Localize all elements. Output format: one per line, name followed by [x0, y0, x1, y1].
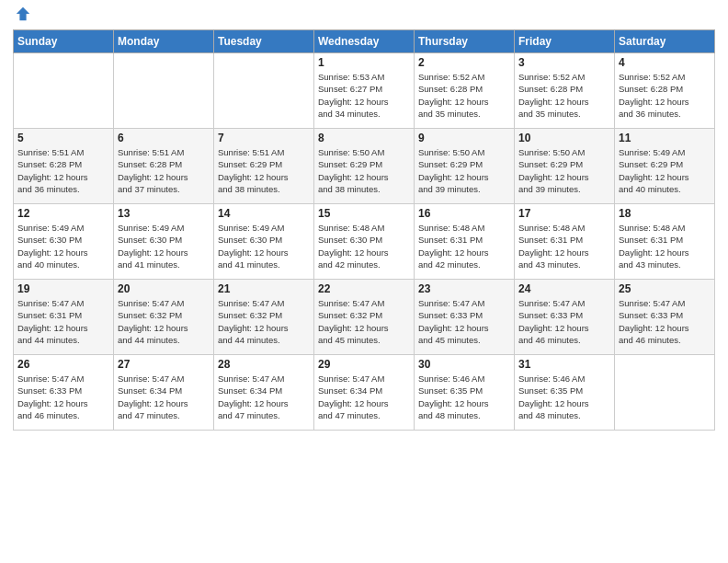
weekday-thursday: Thursday — [415, 30, 515, 53]
calendar-cell: 29Sunrise: 5:47 AM Sunset: 6:34 PM Dayli… — [314, 355, 415, 431]
calendar-cell: 19Sunrise: 5:47 AM Sunset: 6:31 PM Dayli… — [14, 280, 114, 355]
calendar-cell: 2Sunrise: 5:52 AM Sunset: 6:28 PM Daylig… — [415, 53, 515, 129]
calendar-cell: 27Sunrise: 5:47 AM Sunset: 6:34 PM Dayli… — [114, 355, 214, 431]
day-info: Sunrise: 5:47 AM Sunset: 6:33 PM Dayligh… — [17, 373, 109, 421]
weekday-monday: Monday — [114, 30, 214, 53]
calendar-cell: 1Sunrise: 5:53 AM Sunset: 6:27 PM Daylig… — [314, 53, 415, 129]
calendar-cell: 6Sunrise: 5:51 AM Sunset: 6:28 PM Daylig… — [114, 129, 214, 204]
day-number: 10 — [518, 132, 610, 144]
calendar-cell: 30Sunrise: 5:46 AM Sunset: 6:35 PM Dayli… — [415, 355, 515, 431]
day-number: 22 — [318, 282, 410, 295]
day-number: 14 — [218, 207, 310, 220]
day-info: Sunrise: 5:49 AM Sunset: 6:29 PM Dayligh… — [619, 146, 711, 195]
calendar-cell: 7Sunrise: 5:51 AM Sunset: 6:29 PM Daylig… — [214, 129, 314, 204]
calendar-cell: 28Sunrise: 5:47 AM Sunset: 6:34 PM Dayli… — [214, 355, 314, 431]
day-number: 26 — [17, 358, 109, 371]
calendar-cell — [14, 53, 114, 129]
header — [13, 9, 715, 22]
day-info: Sunrise: 5:52 AM Sunset: 6:28 PM Dayligh… — [619, 71, 711, 120]
calendar-cell — [615, 355, 715, 431]
day-number: 6 — [118, 132, 210, 144]
weekday-tuesday: Tuesday — [214, 30, 314, 53]
day-info: Sunrise: 5:47 AM Sunset: 6:31 PM Dayligh… — [17, 297, 109, 346]
week-row-1: 1Sunrise: 5:53 AM Sunset: 6:27 PM Daylig… — [14, 53, 715, 129]
day-info: Sunrise: 5:47 AM Sunset: 6:34 PM Dayligh… — [218, 373, 310, 421]
week-row-2: 5Sunrise: 5:51 AM Sunset: 6:28 PM Daylig… — [14, 129, 715, 204]
day-number: 11 — [619, 132, 711, 144]
day-number: 19 — [17, 282, 109, 295]
calendar-cell: 24Sunrise: 5:47 AM Sunset: 6:33 PM Dayli… — [515, 280, 615, 355]
day-number: 9 — [418, 132, 510, 144]
day-number: 23 — [418, 282, 510, 295]
weekday-friday: Friday — [515, 30, 615, 53]
calendar-cell: 4Sunrise: 5:52 AM Sunset: 6:28 PM Daylig… — [615, 53, 715, 129]
day-number: 12 — [17, 207, 109, 220]
day-number: 13 — [118, 207, 210, 220]
calendar-cell: 16Sunrise: 5:48 AM Sunset: 6:31 PM Dayli… — [415, 204, 515, 280]
week-row-5: 26Sunrise: 5:47 AM Sunset: 6:33 PM Dayli… — [14, 355, 715, 431]
day-info: Sunrise: 5:50 AM Sunset: 6:29 PM Dayligh… — [518, 146, 610, 195]
day-info: Sunrise: 5:51 AM Sunset: 6:28 PM Dayligh… — [17, 146, 109, 195]
logo — [13, 9, 31, 22]
day-info: Sunrise: 5:47 AM Sunset: 6:33 PM Dayligh… — [518, 297, 610, 346]
day-info: Sunrise: 5:48 AM Sunset: 6:31 PM Dayligh… — [518, 222, 610, 270]
calendar-cell — [214, 53, 314, 129]
day-number: 15 — [318, 207, 410, 220]
day-info: Sunrise: 5:48 AM Sunset: 6:31 PM Dayligh… — [418, 222, 510, 270]
day-number: 2 — [418, 56, 510, 69]
day-number: 28 — [218, 358, 310, 371]
day-info: Sunrise: 5:48 AM Sunset: 6:31 PM Dayligh… — [619, 222, 711, 270]
calendar-cell — [114, 53, 214, 129]
logo-icon — [15, 6, 31, 22]
day-info: Sunrise: 5:49 AM Sunset: 6:30 PM Dayligh… — [118, 222, 210, 270]
calendar-table: SundayMondayTuesdayWednesdayThursdayFrid… — [13, 29, 715, 431]
calendar-cell: 12Sunrise: 5:49 AM Sunset: 6:30 PM Dayli… — [14, 204, 114, 280]
weekday-sunday: Sunday — [14, 30, 114, 53]
day-number: 16 — [418, 207, 510, 220]
calendar-cell: 10Sunrise: 5:50 AM Sunset: 6:29 PM Dayli… — [515, 129, 615, 204]
svg-marker-0 — [17, 7, 29, 20]
day-number: 20 — [118, 282, 210, 295]
day-info: Sunrise: 5:47 AM Sunset: 6:32 PM Dayligh… — [218, 297, 310, 346]
day-info: Sunrise: 5:49 AM Sunset: 6:30 PM Dayligh… — [218, 222, 310, 270]
calendar-cell: 9Sunrise: 5:50 AM Sunset: 6:29 PM Daylig… — [415, 129, 515, 204]
day-info: Sunrise: 5:50 AM Sunset: 6:29 PM Dayligh… — [418, 146, 510, 195]
weekday-saturday: Saturday — [615, 30, 715, 53]
day-number: 5 — [17, 132, 109, 144]
calendar-cell: 5Sunrise: 5:51 AM Sunset: 6:28 PM Daylig… — [14, 129, 114, 204]
day-number: 18 — [619, 207, 711, 220]
day-info: Sunrise: 5:46 AM Sunset: 6:35 PM Dayligh… — [518, 373, 610, 421]
day-number: 7 — [218, 132, 310, 144]
day-info: Sunrise: 5:51 AM Sunset: 6:28 PM Dayligh… — [118, 146, 210, 195]
calendar-cell: 31Sunrise: 5:46 AM Sunset: 6:35 PM Dayli… — [515, 355, 615, 431]
day-info: Sunrise: 5:47 AM Sunset: 6:34 PM Dayligh… — [318, 373, 410, 421]
calendar-cell: 23Sunrise: 5:47 AM Sunset: 6:33 PM Dayli… — [415, 280, 515, 355]
calendar-cell: 8Sunrise: 5:50 AM Sunset: 6:29 PM Daylig… — [314, 129, 415, 204]
calendar-cell: 11Sunrise: 5:49 AM Sunset: 6:29 PM Dayli… — [615, 129, 715, 204]
calendar-cell: 14Sunrise: 5:49 AM Sunset: 6:30 PM Dayli… — [214, 204, 314, 280]
day-number: 25 — [619, 282, 711, 295]
day-info: Sunrise: 5:53 AM Sunset: 6:27 PM Dayligh… — [318, 71, 410, 120]
day-number: 4 — [619, 56, 711, 69]
day-number: 3 — [518, 56, 610, 69]
day-number: 31 — [518, 358, 610, 371]
calendar-cell: 26Sunrise: 5:47 AM Sunset: 6:33 PM Dayli… — [14, 355, 114, 431]
day-info: Sunrise: 5:47 AM Sunset: 6:33 PM Dayligh… — [619, 297, 711, 346]
day-info: Sunrise: 5:50 AM Sunset: 6:29 PM Dayligh… — [318, 146, 410, 195]
weekday-header-row: SundayMondayTuesdayWednesdayThursdayFrid… — [14, 30, 715, 53]
calendar-cell: 3Sunrise: 5:52 AM Sunset: 6:28 PM Daylig… — [515, 53, 615, 129]
calendar-cell: 13Sunrise: 5:49 AM Sunset: 6:30 PM Dayli… — [114, 204, 214, 280]
page: SundayMondayTuesdayWednesdayThursdayFrid… — [0, 0, 728, 563]
day-number: 24 — [518, 282, 610, 295]
day-info: Sunrise: 5:52 AM Sunset: 6:28 PM Dayligh… — [518, 71, 610, 120]
day-info: Sunrise: 5:46 AM Sunset: 6:35 PM Dayligh… — [418, 373, 510, 421]
day-number: 21 — [218, 282, 310, 295]
day-number: 17 — [518, 207, 610, 220]
calendar-cell: 15Sunrise: 5:48 AM Sunset: 6:30 PM Dayli… — [314, 204, 415, 280]
calendar-cell: 25Sunrise: 5:47 AM Sunset: 6:33 PM Dayli… — [615, 280, 715, 355]
calendar-cell: 22Sunrise: 5:47 AM Sunset: 6:32 PM Dayli… — [314, 280, 415, 355]
day-number: 30 — [418, 358, 510, 371]
day-info: Sunrise: 5:47 AM Sunset: 6:32 PM Dayligh… — [118, 297, 210, 346]
day-info: Sunrise: 5:48 AM Sunset: 6:30 PM Dayligh… — [318, 222, 410, 270]
week-row-4: 19Sunrise: 5:47 AM Sunset: 6:31 PM Dayli… — [14, 280, 715, 355]
